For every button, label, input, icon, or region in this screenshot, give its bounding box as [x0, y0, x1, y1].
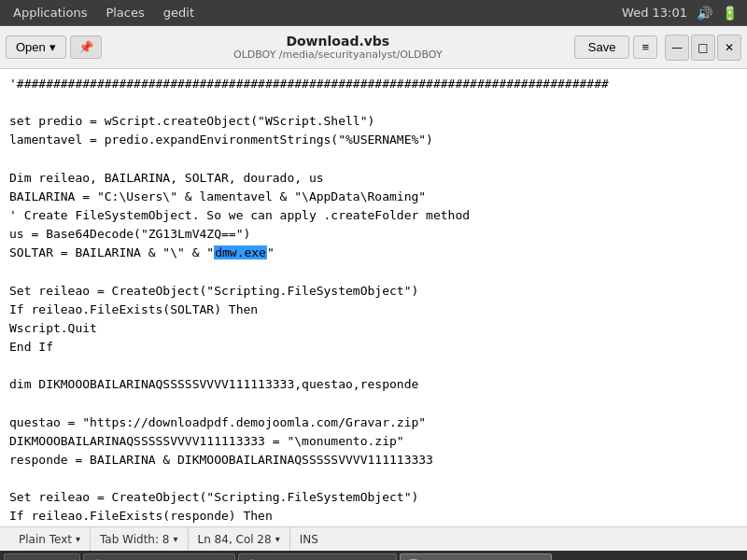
filename: Download.vbs: [106, 34, 571, 49]
position-chevron-icon: ▾: [275, 534, 280, 544]
ins-label: INS: [290, 527, 328, 551]
open-arrow-icon: ▾: [49, 40, 56, 54]
battery-icon[interactable]: 🔋: [722, 6, 738, 21]
tabwidth-selector[interactable]: Tab Width: 8 ▾: [91, 527, 189, 551]
plaintext-selector[interactable]: Plain Text ▾: [9, 527, 91, 551]
task-download-vbs[interactable]: 📄 Download.vbs (OLDB...: [400, 553, 552, 560]
tabwidth-chevron-icon: ▾: [173, 534, 177, 544]
window-controls: — □ ✕: [665, 35, 741, 61]
minimize-button[interactable]: —: [665, 35, 689, 61]
volume-icon[interactable]: 🔊: [697, 6, 712, 21]
code-content: '#######################################…: [0, 69, 747, 526]
close-button[interactable]: ✕: [717, 35, 741, 61]
tabwidth-label: Tab Width: 8: [100, 533, 169, 546]
menu-places[interactable]: Places: [96, 3, 153, 22]
menu-right: Wed 13:01 🔊 🔋: [622, 6, 743, 21]
pin-button[interactable]: 📌: [70, 35, 102, 59]
open-button[interactable]: Open ▾: [6, 35, 66, 59]
task-python[interactable]: 🐍 A Python3 script to de...: [238, 553, 397, 560]
top-menubar: Applications Places gedit Wed 13:01 🔊 🔋: [0, 0, 747, 26]
toolbar: Open ▾ 📌 Download.vbs OLDBOY /media/secu…: [0, 26, 747, 69]
taskbar: 🖥 OLDBOY 🌐 [2015-08-07-traffic-a... 🐍 A …: [0, 551, 747, 560]
task-oldboy[interactable]: 🖥 OLDBOY: [4, 553, 80, 560]
position-label: Ln 84, Col 28: [198, 533, 272, 546]
filepath: OLDBOY /media/securityanalyst/OLDBOY: [106, 49, 571, 61]
menu-gedit[interactable]: gedit: [154, 3, 204, 22]
save-button[interactable]: Save: [574, 35, 630, 59]
clock: Wed 13:01: [622, 6, 687, 20]
code-editor[interactable]: '#######################################…: [0, 69, 747, 526]
task-traffic[interactable]: 🌐 [2015-08-07-traffic-a...: [83, 553, 235, 560]
menu-applications[interactable]: Applications: [4, 3, 96, 22]
plaintext-label: Plain Text: [19, 533, 72, 546]
title-block: Download.vbs OLDBOY /media/securityanaly…: [106, 34, 571, 61]
highlighted-text: dmw.exe: [214, 245, 267, 259]
open-label: Open: [16, 40, 46, 54]
statusbar: Plain Text ▾ Tab Width: 8 ▾ Ln 84, Col 2…: [0, 526, 747, 551]
menu-button[interactable]: ≡: [633, 35, 657, 59]
position-selector[interactable]: Ln 84, Col 28 ▾: [189, 527, 290, 551]
plaintext-chevron-icon: ▾: [76, 534, 80, 544]
maximize-button[interactable]: □: [691, 35, 715, 61]
